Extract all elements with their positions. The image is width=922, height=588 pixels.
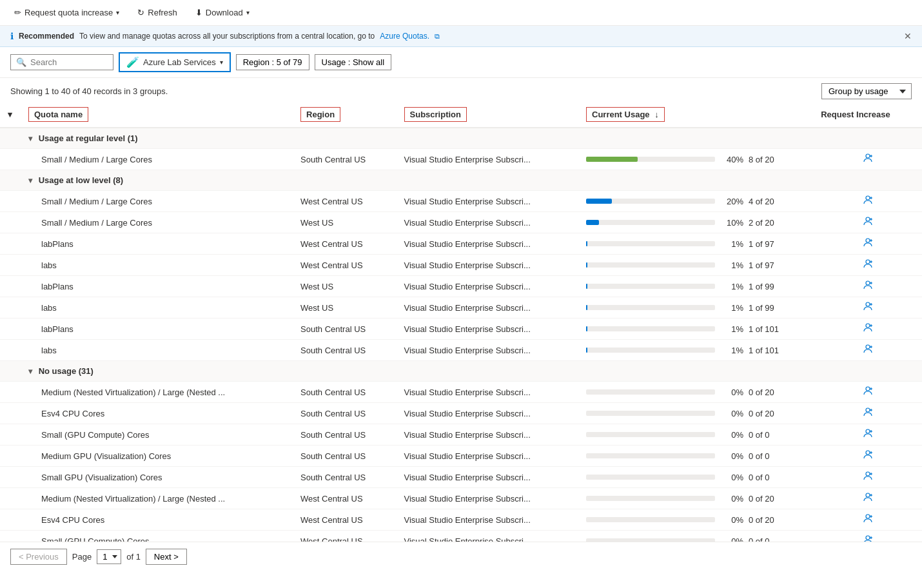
chevron-down-icon: ▾	[116, 9, 119, 16]
group-name-cell: ▾ Usage at low level (8)	[21, 170, 922, 191]
request-quota-btn[interactable]: ✏ Request quota increase ▾	[10, 5, 123, 20]
group-collapse-cell[interactable]	[0, 361, 21, 382]
request-increase-cell[interactable]	[813, 297, 922, 318]
request-increase-cell[interactable]	[813, 340, 922, 361]
th-quota-name[interactable]: Quota name	[21, 102, 293, 128]
usage-pct: 1%	[720, 282, 743, 291]
quota-name-cell: Small / Medium / Large Cores	[21, 191, 293, 212]
svg-point-6	[866, 217, 870, 221]
request-increase-icon[interactable]	[863, 493, 873, 504]
request-increase-icon[interactable]	[863, 451, 873, 462]
table-row: labPlans West Central US Visual Studio E…	[0, 233, 922, 255]
th-subscription[interactable]: Subscription	[397, 102, 578, 128]
row-indent-cell	[0, 382, 21, 403]
usage-count: 4 of 20	[749, 197, 774, 206]
request-increase-icon[interactable]	[863, 408, 873, 419]
request-increase-cell[interactable]	[813, 318, 922, 340]
request-increase-icon[interactable]	[863, 239, 873, 250]
quota-name-cell: Medium GPU (Visualization) Cores	[21, 446, 293, 467]
prev-btn[interactable]: < Previous	[10, 549, 67, 565]
request-increase-icon[interactable]	[863, 536, 873, 542]
request-increase-cell[interactable]	[813, 403, 922, 424]
quota-name-cell: Small GPU (Visualization) Cores	[21, 467, 293, 488]
request-increase-cell[interactable]	[813, 488, 922, 509]
service-filter-btn[interactable]: 🧪 Azure Lab Services ▾	[119, 52, 231, 72]
usage-cell: 0% 0 of 0	[578, 424, 813, 446]
next-btn[interactable]: Next >	[146, 549, 187, 565]
group-collapse-cell[interactable]	[0, 170, 21, 191]
subscription-cell: Visual Studio Enterprise Subscri...	[397, 318, 578, 340]
subscription-cell: Visual Studio Enterprise Subscri...	[397, 467, 578, 488]
region-filter-btn[interactable]: Region : 5 of 79	[236, 54, 309, 70]
subscription-cell: Visual Studio Enterprise Subscri...	[397, 191, 578, 212]
request-increase-cell[interactable]	[813, 509, 922, 531]
refresh-btn[interactable]: ↻ Refresh	[133, 5, 181, 20]
request-increase-icon[interactable]	[863, 217, 873, 228]
subscription-cell: Visual Studio Enterprise Subscri...	[397, 233, 578, 255]
azure-quotas-link[interactable]: Azure Quotas.	[380, 32, 429, 41]
usage-pct: 20%	[720, 197, 743, 206]
request-increase-cell[interactable]	[813, 233, 922, 255]
request-increase-icon[interactable]	[863, 154, 873, 165]
request-increase-cell[interactable]	[813, 382, 922, 403]
th-collapse-all[interactable]: ▾	[0, 102, 21, 128]
request-increase-icon[interactable]	[863, 281, 873, 292]
row-indent-cell	[0, 191, 21, 212]
request-increase-cell[interactable]	[813, 446, 922, 467]
request-increase-icon[interactable]	[863, 302, 873, 313]
table-row: Small / Medium / Large Cores West Centra…	[0, 191, 922, 212]
region-cell: South Central US	[293, 382, 396, 403]
th-region[interactable]: Region	[293, 102, 396, 128]
search-input[interactable]	[30, 57, 108, 67]
request-increase-cell[interactable]	[813, 531, 922, 542]
usage-pct: 0%	[720, 473, 743, 482]
th-request-increase: Request Increase	[813, 102, 922, 128]
table-row: Medium (Nested Virtualization) / Large (…	[0, 488, 922, 509]
group-name: Usage at regular level (1)	[39, 133, 138, 143]
search-box[interactable]: 🔍	[10, 54, 113, 70]
request-increase-cell[interactable]	[813, 191, 922, 212]
usage-cell: 40% 8 of 20	[578, 149, 813, 170]
request-increase-icon[interactable]	[863, 260, 873, 271]
request-increase-icon[interactable]	[863, 345, 873, 356]
refresh-icon: ↻	[137, 8, 144, 17]
usage-count: 8 of 20	[749, 155, 774, 164]
request-increase-icon[interactable]	[863, 196, 873, 207]
group-collapse-cell[interactable]	[0, 128, 21, 149]
request-increase-cell[interactable]	[813, 255, 922, 276]
group-chevron[interactable]: ▾	[28, 134, 32, 143]
table-row: Medium GPU (Visualization) Cores South C…	[0, 446, 922, 467]
group-chevron[interactable]: ▾	[28, 176, 32, 185]
download-btn[interactable]: ⬇ Download ▾	[191, 5, 253, 20]
th-current-usage[interactable]: Current Usage ↓	[578, 102, 813, 128]
row-indent-cell	[0, 212, 21, 233]
banner-close-btn[interactable]: ✕	[904, 31, 912, 41]
azure-lab-icon: 🧪	[126, 56, 139, 68]
filter-bar: 🔍 🧪 Azure Lab Services ▾ Region : 5 of 7…	[0, 47, 922, 78]
table-row: labs West US Visual Studio Enterprise Su…	[0, 297, 922, 318]
request-increase-cell[interactable]	[813, 276, 922, 297]
request-increase-icon[interactable]	[863, 387, 873, 398]
request-increase-cell[interactable]	[813, 467, 922, 488]
request-increase-icon[interactable]	[863, 472, 873, 483]
usage-filter-btn[interactable]: Usage : Show all	[315, 54, 392, 70]
request-increase-cell[interactable]	[813, 424, 922, 446]
groupby-select[interactable]: Group by usageGroup by regionNo grouping	[821, 83, 912, 99]
refresh-label: Refresh	[148, 8, 177, 17]
page-select[interactable]: 1	[97, 549, 121, 564]
usage-count: 0 of 20	[749, 494, 774, 504]
quota-name-cell: Esv4 CPU Cores	[21, 403, 293, 424]
request-increase-icon[interactable]	[863, 514, 873, 525]
current-usage-header: Current Usage	[592, 110, 650, 119]
svg-point-30	[866, 408, 870, 412]
sort-arrow-icon: ↓	[654, 110, 659, 119]
request-quota-label: Request quota increase	[25, 8, 113, 17]
group-name: Usage at low level (8)	[39, 175, 124, 185]
request-increase-cell[interactable]	[813, 212, 922, 233]
request-increase-icon[interactable]	[863, 429, 873, 440]
svg-point-24	[866, 345, 870, 349]
request-increase-cell[interactable]	[813, 149, 922, 170]
subscription-cell: Visual Studio Enterprise Subscri...	[397, 149, 578, 170]
group-chevron[interactable]: ▾	[28, 367, 32, 376]
request-increase-icon[interactable]	[863, 324, 873, 335]
